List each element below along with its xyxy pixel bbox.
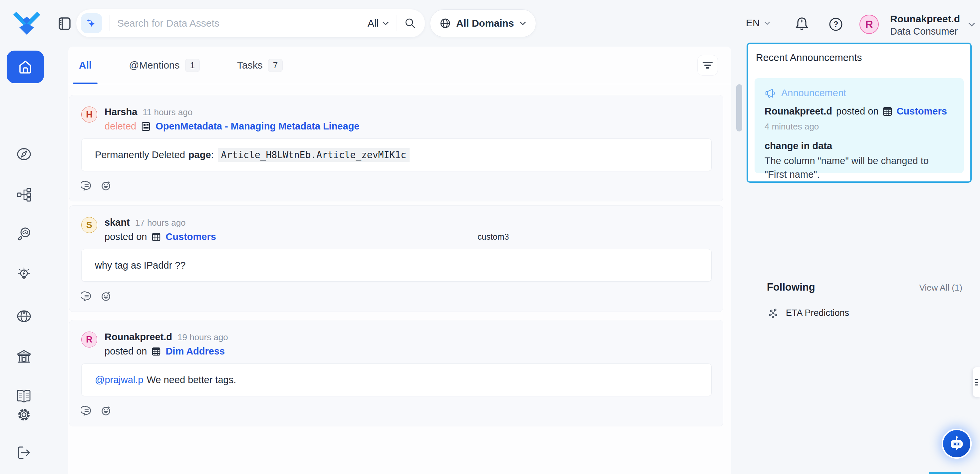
sidebar-item-lineage[interactable] — [16, 187, 32, 203]
user-menu[interactable]: Rounakpreet.d Data Consumer — [890, 13, 960, 37]
entity-link[interactable]: Customers — [165, 231, 216, 242]
announcements-title: Recent Announcements — [748, 44, 970, 70]
feed-card-rounakpreet: R Rounakpreet.d 19 hours ago posted on — [69, 320, 723, 426]
robot-icon — [948, 435, 965, 452]
settings-gear-icon — [16, 407, 32, 422]
user-avatar[interactable]: R — [859, 14, 879, 34]
sidebar-item-home[interactable] — [7, 51, 44, 83]
timestamp: 17 hours ago — [135, 218, 186, 228]
app-logo[interactable] — [13, 9, 41, 38]
sidebar-item-settings[interactable] — [16, 407, 32, 423]
feed-message[interactable]: @prajwal.p We need better tags. — [81, 364, 712, 396]
ml-model-icon — [768, 308, 778, 318]
language-label: EN — [746, 17, 760, 29]
reply-icon[interactable] — [81, 291, 92, 302]
add-reaction-icon[interactable] — [100, 406, 111, 416]
feed-card-harsha: H Harsha 11 hours ago deleted — [69, 95, 723, 201]
avatar[interactable]: S — [81, 217, 97, 233]
sidebar-item-insights[interactable] — [16, 266, 32, 282]
chevron-down-icon — [519, 21, 527, 25]
sidebar-toggle-icon[interactable] — [59, 17, 71, 30]
tab-mentions[interactable]: @Mentions 1 — [129, 46, 200, 84]
megaphone-icon — [765, 88, 776, 98]
timestamp: 11 hours ago — [143, 107, 192, 118]
feed-message[interactable]: why tag as IPaddr ?? — [81, 249, 712, 282]
following-section: Following View All (1) ETA Predictions — [746, 281, 972, 318]
observability-search-eye-icon — [16, 226, 32, 242]
sidebar-item-observability[interactable] — [16, 226, 32, 242]
sidebar-divider — [9, 392, 42, 392]
globe-icon — [439, 17, 451, 29]
help-icon[interactable]: ? — [828, 17, 843, 32]
tab-mentions-badge: 1 — [185, 59, 200, 72]
recent-announcements-panel: Recent Announcements Announcement Rounak… — [746, 43, 972, 183]
author-name[interactable]: skant — [105, 217, 130, 228]
message-colon: : — [211, 150, 214, 161]
article-icon — [141, 121, 151, 132]
global-search-bar: All — [76, 9, 425, 37]
entity-link[interactable]: Dim Address — [165, 346, 225, 357]
feed-tabs: All @Mentions 1 Tasks 7 — [68, 46, 731, 84]
sidebar-item-govern[interactable] — [16, 348, 32, 364]
avatar[interactable]: H — [81, 107, 97, 122]
search-input[interactable] — [117, 17, 368, 29]
announcement-timestamp: 4 minutes ago — [765, 121, 954, 132]
feed-scroll-area[interactable]: H Harsha 11 hours ago deleted — [68, 84, 731, 474]
mention-link[interactable]: @prajwal.p — [95, 374, 143, 385]
avatar-initial: S — [86, 220, 92, 231]
feed-message[interactable]: Permanently Deleted page : Article_H8LWt… — [81, 138, 712, 171]
user-name: Rounakpreet.d — [890, 13, 960, 25]
reply-icon[interactable] — [81, 406, 92, 416]
user-avatar-initial: R — [865, 18, 873, 30]
view-all-link[interactable]: View All (1) — [919, 283, 963, 293]
following-title: Following — [767, 281, 815, 293]
author-name[interactable]: Harsha — [105, 107, 137, 118]
insights-bulb-icon — [16, 266, 32, 282]
sidebar-item-explore[interactable] — [16, 146, 32, 162]
domains-dropdown[interactable]: All Domains — [430, 9, 536, 37]
tab-tasks-badge: 7 — [268, 59, 283, 72]
domains-label: All Domains — [456, 17, 514, 29]
following-item-label: ETA Predictions — [786, 308, 849, 318]
following-item-eta-predictions[interactable]: ETA Predictions — [746, 293, 972, 318]
sparkle-icon — [86, 17, 97, 29]
tooltip-custom3: custom3 — [477, 232, 509, 242]
author-name[interactable]: Rounakpreet.d — [105, 332, 172, 342]
language-dropdown[interactable]: EN — [746, 17, 770, 29]
divider — [396, 15, 397, 31]
sidebar-item-logout[interactable] — [16, 445, 32, 461]
tab-all[interactable]: All — [79, 46, 92, 84]
add-reaction-icon[interactable] — [100, 180, 111, 191]
svg-text:?: ? — [834, 20, 838, 29]
announcement-subject: change in data — [765, 140, 954, 151]
search-scope-dropdown[interactable]: All — [368, 17, 389, 29]
action-label: posted on — [105, 231, 147, 242]
reply-icon[interactable] — [81, 180, 92, 191]
bottom-scrollbar[interactable] — [929, 472, 961, 474]
announcement-action: posted on — [836, 106, 878, 117]
chat-bot-button[interactable] — [942, 429, 972, 459]
tab-tasks[interactable]: Tasks 7 — [237, 46, 283, 84]
table-icon — [883, 107, 892, 116]
feed-scrollbar-thumb[interactable] — [736, 84, 742, 132]
govern-bank-icon — [16, 349, 32, 364]
lineage-network-icon — [16, 187, 32, 202]
sidebar-item-domains[interactable] — [16, 308, 32, 324]
search-submit-icon[interactable] — [404, 17, 416, 29]
entity-link[interactable]: OpenMetadata - Managing Metadata Lineage — [156, 121, 359, 132]
entity-link[interactable]: Customers — [896, 106, 947, 117]
explore-compass-icon — [16, 146, 32, 162]
notifications-bell-icon[interactable] — [794, 16, 809, 32]
user-menu-chevron-icon[interactable] — [968, 22, 976, 27]
message-text: Permanently Deleted — [95, 150, 185, 161]
add-reaction-icon[interactable] — [100, 291, 111, 302]
edge-drawer-handle[interactable] — [973, 367, 980, 397]
avatar[interactable]: R — [81, 332, 97, 348]
action-label: deleted — [105, 121, 136, 132]
feed-filter-button[interactable] — [697, 55, 718, 76]
ai-sparkle-button[interactable] — [81, 13, 102, 33]
announcement-card[interactable]: Announcement Rounakpreet.d posted on Cus… — [754, 78, 964, 173]
sidebar-item-glossary[interactable] — [16, 388, 32, 404]
message-code: Article_H8LWtnEb.Article_zevMIK1c — [218, 148, 410, 162]
message-text: We need better tags. — [147, 374, 236, 385]
